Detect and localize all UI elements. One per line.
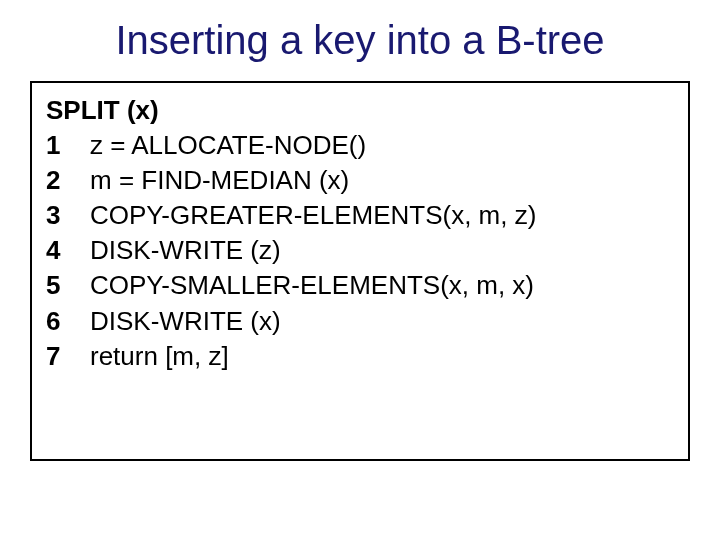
line-number: 2 xyxy=(46,163,90,198)
pseudocode-box: SPLIT (x) 1 z = ALLOCATE-NODE() 2 m = FI… xyxy=(30,81,690,461)
line-number: 6 xyxy=(46,304,90,339)
code-line: 1 z = ALLOCATE-NODE() xyxy=(46,128,674,163)
code-line: 7 return [m, z] xyxy=(46,339,674,374)
code-statement: COPY-GREATER-ELEMENTS(x, m, z) xyxy=(90,198,674,233)
slide-title: Inserting a key into a B-tree xyxy=(30,18,690,63)
line-number: 7 xyxy=(46,339,90,374)
line-number: 5 xyxy=(46,268,90,303)
code-statement: z = ALLOCATE-NODE() xyxy=(90,128,674,163)
line-number: 1 xyxy=(46,128,90,163)
code-statement: DISK-WRITE (x) xyxy=(90,304,674,339)
code-statement: return [m, z] xyxy=(90,339,674,374)
code-statement: COPY-SMALLER-ELEMENTS(x, m, x) xyxy=(90,268,674,303)
code-line: 6 DISK-WRITE (x) xyxy=(46,304,674,339)
code-line: 4 DISK-WRITE (z) xyxy=(46,233,674,268)
code-line: 2 m = FIND-MEDIAN (x) xyxy=(46,163,674,198)
slide: Inserting a key into a B-tree SPLIT (x) … xyxy=(0,0,720,540)
code-line: 3 COPY-GREATER-ELEMENTS(x, m, z) xyxy=(46,198,674,233)
code-statement: m = FIND-MEDIAN (x) xyxy=(90,163,674,198)
function-header: SPLIT (x) xyxy=(46,93,674,128)
line-number: 4 xyxy=(46,233,90,268)
line-number: 3 xyxy=(46,198,90,233)
code-statement: DISK-WRITE (z) xyxy=(90,233,674,268)
code-line: 5 COPY-SMALLER-ELEMENTS(x, m, x) xyxy=(46,268,674,303)
